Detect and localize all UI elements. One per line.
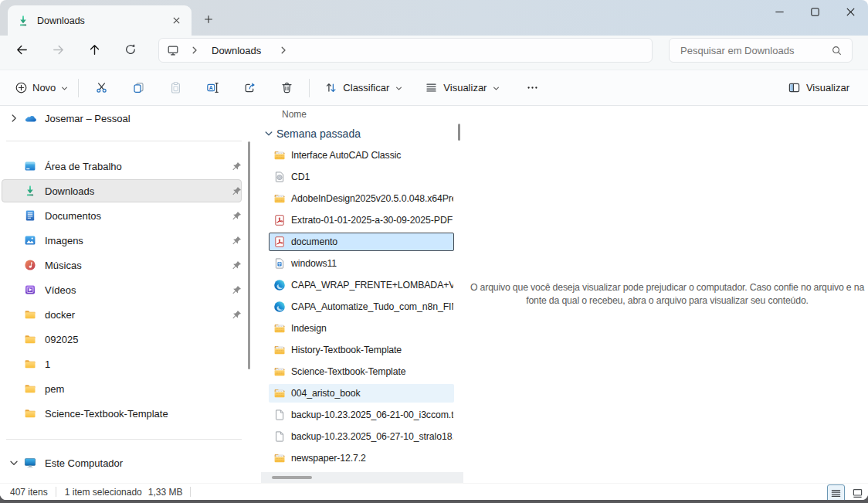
pin-icon (231, 284, 242, 296)
copy-button[interactable] (124, 74, 152, 102)
up-arrow-icon (88, 43, 101, 56)
sidebar-item-imagens[interactable]: Imagens (2, 229, 242, 252)
search-input[interactable] (670, 45, 831, 56)
file-row-capa-automatize-tudo-com-n8n-final[interactable]: CAPA_Automatize_Tudo_com_n8n_FINAL (269, 297, 454, 316)
command-toolbar: Novo A Classificar Visualizar (0, 70, 868, 106)
selection-size: 1,33 MB (148, 487, 183, 498)
details-view-toggle[interactable] (827, 484, 845, 500)
sidebar-item-docker[interactable]: docker (2, 303, 242, 326)
file-row-history-textbook-template[interactable]: History-Textbook-Template (269, 341, 454, 359)
new-button[interactable]: Novo (9, 74, 74, 102)
sidebar-item-092025[interactable]: 092025 (2, 328, 242, 351)
delete-button[interactable] (273, 74, 300, 102)
breadcrumb-downloads[interactable]: Downloads (205, 45, 268, 56)
folder-full-icon (273, 365, 286, 378)
share-button[interactable] (236, 74, 263, 102)
sidebar-item-label: Josemar – Pessoal (45, 113, 131, 124)
file-row-documento[interactable]: documento (269, 233, 454, 251)
sidebar-item-pem[interactable]: pem (2, 377, 242, 400)
ellipsis-icon (526, 81, 539, 94)
file-name: newspaper-12.7.2 (291, 453, 366, 464)
refresh-button[interactable] (117, 37, 144, 62)
edge-html-icon (273, 301, 286, 313)
large-thumbnails-view-toggle[interactable] (849, 484, 866, 500)
forward-button[interactable] (45, 37, 71, 62)
file-row-windows11[interactable]: windows11 (269, 254, 454, 273)
sidebar-item-downloads[interactable]: Downloads (2, 179, 242, 202)
vertical-scrollbar-thumb[interactable] (458, 124, 460, 141)
search-icon (831, 45, 843, 56)
sidebar-scrollbar-thumb[interactable] (248, 141, 250, 369)
chevron-right-icon (189, 45, 200, 56)
sidebar-item-label: 1 (45, 359, 50, 370)
horizontal-scrollbar[interactable] (261, 472, 463, 483)
file-name: History-Textbook-Template (291, 345, 402, 355)
file-row-backup-10-23-2025-06-21-00-i3ccom-tar-g[interactable]: backup-10.23.2025_06-21-00_i3ccom.tar.g (269, 406, 454, 424)
main-area: Josemar – PessoalÁrea de TrabalhoDownloa… (0, 106, 868, 483)
view-button[interactable]: Visualizar (417, 74, 508, 102)
file-name: Science-Textbook-Template (291, 366, 406, 377)
group-header-semana-passada[interactable]: Semana passada (261, 124, 361, 143)
file-row-cd1[interactable]: CD1 (269, 168, 454, 186)
downloads-icon (24, 185, 36, 197)
column-header-name[interactable]: Nome (282, 106, 307, 123)
window-controls (761, 0, 868, 24)
file-name: Indesign (291, 323, 327, 334)
sidebar-item-onedrive-josemar-pessoal[interactable]: Josemar – Pessoal (2, 107, 242, 130)
more-options-button[interactable] (519, 74, 545, 102)
back-arrow-icon (15, 43, 29, 56)
sidebar-item-v-deos[interactable]: Vídeos (2, 278, 242, 301)
horizontal-scrollbar-thumb[interactable] (272, 476, 312, 479)
maximize-button[interactable] (797, 0, 832, 24)
minimize-button[interactable] (761, 0, 797, 24)
up-button[interactable] (81, 37, 107, 62)
folder-full-icon (273, 387, 286, 399)
sidebar-item-label: Documentos (45, 210, 101, 222)
paste-button[interactable] (161, 74, 189, 102)
monitor-icon (167, 44, 179, 56)
file-row-backup-10-23-2025-06-27-10-stralo18-tar[interactable]: backup-10.23.2025_06-27-10_stralo18.tar. (269, 427, 454, 446)
minimize-icon (774, 6, 785, 18)
details-view-icon (830, 488, 842, 499)
sidebar-item-1[interactable]: 1 (2, 352, 242, 376)
tab-label: Downloads (37, 15, 167, 26)
chevron-down-icon (263, 128, 274, 139)
file-row-extrato-01-01-2025-a-30-09-2025-pdf[interactable]: Extrato-01-01-2025-a-30-09-2025-PDF (269, 211, 454, 229)
file-name: windows11 (291, 258, 337, 269)
sidebar-item-label: Músicas (45, 260, 82, 271)
file-icon (273, 409, 286, 421)
preview-pane-toggle-button[interactable]: Visualizar (780, 74, 857, 102)
iso-file-icon (273, 257, 286, 270)
file-row-interface-autocad-classic[interactable]: Interface AutoCAD Classic (269, 146, 454, 165)
file-row-capa-wrap-frente-lombada-verso[interactable]: CAPA_WRAP_FRENTE+LOMBADA+VERSO (269, 276, 454, 294)
explorer-tab-downloads[interactable]: Downloads (8, 5, 192, 36)
file-row-science-textbook-template[interactable]: Science-Textbook-Template (269, 362, 454, 381)
file-row-indesign[interactable]: Indesign (269, 319, 454, 338)
sidebar-item-este-computador[interactable]: Este Computador (2, 451, 242, 474)
sidebar-item-documentos[interactable]: Documentos (2, 204, 242, 227)
sidebar-item-science-textbook-template[interactable]: Science-Textbook-Template (2, 402, 242, 425)
new-tab-button[interactable] (198, 9, 219, 29)
file-row-004-aristo-book[interactable]: 004_aristo_book (269, 384, 454, 403)
back-button[interactable] (8, 37, 35, 62)
cut-button[interactable] (87, 74, 115, 102)
file-explorer-window: Downloads (0, 0, 868, 500)
statusbar-divider (56, 487, 56, 497)
chevron-down-icon (395, 83, 403, 92)
folder-icon (24, 333, 36, 345)
sidebar-item--rea-de-trabalho[interactable]: Área de Trabalho (2, 155, 242, 178)
tab-close-button[interactable] (167, 12, 185, 30)
sort-button[interactable]: Classificar (317, 74, 411, 102)
chevron-right-icon (8, 113, 19, 124)
file-name: backup-10.23.2025_06-27-10_stralo18.tar. (291, 431, 454, 442)
close-button[interactable] (832, 0, 868, 24)
file-row-adobeindesign2025v20-5-0-048-x64premke[interactable]: AdobeInDesign2025v20.5.0.048.x64Premke (269, 189, 454, 208)
sidebar-item-label: 092025 (45, 334, 78, 345)
file-row-newspaper-12-7-2[interactable]: newspaper-12.7.2 (269, 449, 454, 467)
navigation-sidebar: Josemar – PessoalÁrea de TrabalhoDownloa… (0, 106, 261, 483)
sidebar-item-m-sicas[interactable]: Músicas (2, 253, 242, 277)
folder-icon (24, 308, 36, 321)
file-name: backup-10.23.2025_06-21-00_i3ccom.tar.g (291, 410, 454, 420)
address-bar[interactable]: Downloads (158, 38, 653, 63)
rename-button[interactable]: A (198, 74, 226, 102)
